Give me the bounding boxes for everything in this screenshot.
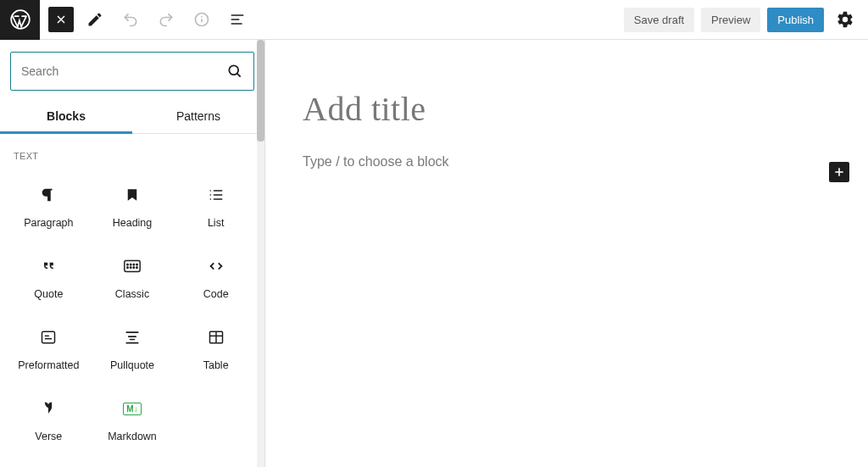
svg-point-3 — [201, 16, 203, 18]
block-verse[interactable]: Verse — [7, 385, 91, 451]
block-classic[interactable]: Classic — [91, 242, 175, 309]
search-input[interactable] — [21, 64, 226, 78]
preview-button[interactable]: Preview — [701, 8, 760, 32]
block-code[interactable]: Code — [174, 242, 258, 309]
preformatted-icon — [40, 325, 57, 349]
block-label: Code — [203, 288, 229, 300]
paragraph-icon — [39, 183, 58, 207]
svg-point-18 — [133, 264, 134, 264]
inserter-scrollbar-track[interactable] — [257, 40, 264, 467]
svg-point-19 — [136, 264, 137, 264]
block-heading[interactable]: Heading — [91, 171, 175, 237]
svg-rect-24 — [42, 331, 55, 342]
block-quote[interactable]: Quote — [7, 242, 91, 309]
editor-canvas[interactable]: Add title Type / to choose a block — [265, 40, 868, 467]
wordpress-logo[interactable] — [0, 0, 40, 40]
blocks-grid: Paragraph Heading List — [7, 171, 258, 451]
block-label: Preformatted — [18, 359, 79, 371]
quote-icon — [40, 254, 57, 278]
top-toolbar: Save draft Preview Publish — [0, 0, 868, 40]
svg-point-17 — [130, 264, 131, 264]
publish-button[interactable]: Publish — [767, 8, 824, 32]
inserter-scrollbar-thumb[interactable] — [257, 40, 264, 142]
edit-tools-button[interactable] — [81, 5, 109, 34]
markdown-icon: M↓ — [123, 397, 141, 420]
block-label: Heading — [113, 217, 153, 229]
document-outline-button[interactable] — [223, 5, 252, 34]
svg-line-8 — [237, 74, 241, 77]
svg-point-7 — [229, 65, 238, 75]
inserter-tabs: Blocks Patterns — [0, 101, 264, 133]
section-label-text: TEXT — [7, 147, 258, 171]
tab-blocks[interactable]: Blocks — [0, 101, 132, 133]
block-label: Verse — [35, 431, 62, 442]
block-label: Paragraph — [24, 217, 73, 229]
details-info-button[interactable] — [187, 5, 216, 34]
svg-point-20 — [127, 267, 128, 268]
pullquote-icon — [124, 325, 141, 349]
paragraph-placeholder[interactable]: Type / to choose a block — [303, 154, 449, 170]
code-icon — [207, 254, 225, 278]
redo-button[interactable] — [152, 5, 181, 34]
block-preformatted[interactable]: Preformatted — [7, 314, 91, 380]
block-markdown[interactable]: M↓ Markdown — [91, 385, 175, 451]
svg-point-22 — [133, 267, 134, 268]
block-search-box[interactable] — [10, 52, 254, 91]
block-inserter-panel: Blocks Patterns TEXT Paragraph Heading — [0, 40, 265, 467]
undo-button[interactable] — [116, 5, 145, 34]
block-list[interactable]: List — [174, 171, 258, 237]
block-paragraph[interactable]: Paragraph — [7, 171, 91, 237]
add-block-button[interactable] — [829, 162, 849, 182]
svg-rect-15 — [125, 261, 140, 272]
toolbar-right-group: Save draft Preview Publish — [624, 5, 868, 34]
post-title-input[interactable]: Add title — [303, 89, 834, 129]
block-label: Pullquote — [110, 359, 154, 371]
toolbar-left-group — [40, 5, 252, 34]
block-pullquote[interactable]: Pullquote — [91, 314, 175, 380]
block-label: Table — [203, 359, 229, 371]
settings-button[interactable] — [831, 5, 860, 34]
block-label: Markdown — [108, 431, 157, 442]
svg-point-23 — [136, 267, 137, 268]
close-inserter-button[interactable] — [48, 7, 74, 32]
block-label: List — [208, 217, 224, 229]
classic-icon — [123, 254, 142, 278]
table-icon — [208, 325, 225, 349]
save-draft-button[interactable]: Save draft — [624, 8, 694, 32]
list-icon — [208, 183, 225, 207]
svg-point-16 — [127, 264, 128, 264]
search-icon — [226, 63, 243, 80]
block-label: Classic — [115, 288, 149, 300]
svg-point-21 — [130, 267, 131, 268]
block-table[interactable]: Table — [174, 314, 258, 380]
tab-patterns[interactable]: Patterns — [132, 101, 264, 133]
heading-icon — [125, 183, 140, 207]
block-label: Quote — [34, 288, 63, 300]
verse-icon — [40, 397, 57, 420]
